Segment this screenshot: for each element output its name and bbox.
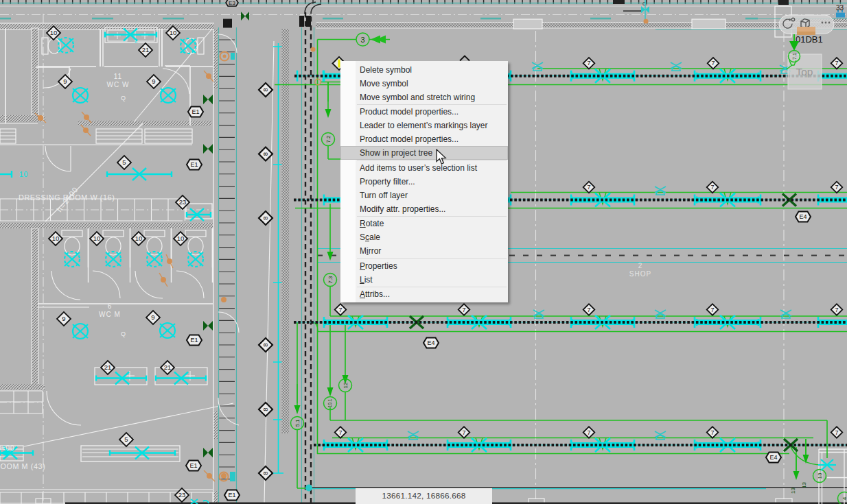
svg-text:Top: Top: [796, 66, 813, 77]
svg-text:E1: E1: [228, 492, 235, 499]
svg-text:12: 12: [343, 382, 349, 388]
svg-text:10: 10: [19, 171, 28, 178]
svg-text:8: 8: [262, 471, 269, 475]
svg-text:E3: E3: [229, 0, 235, 6]
svg-text:SHOP: SHOP: [629, 270, 651, 278]
svg-text:WC M: WC M: [99, 311, 121, 318]
svg-text:3: 3: [360, 36, 364, 44]
svg-text:7: 7: [711, 60, 715, 67]
svg-text:7: 7: [338, 307, 342, 313]
svg-text:2: 2: [638, 262, 643, 269]
svg-text:8: 8: [262, 407, 269, 411]
svg-text:E1: E1: [192, 108, 199, 115]
svg-text:11: 11: [114, 73, 122, 80]
svg-text:10: 10: [135, 235, 143, 242]
svg-text:7.3: 7.3: [327, 276, 334, 284]
svg-text:23: 23: [179, 198, 187, 206]
svg-text:10: 10: [170, 29, 177, 36]
svg-text:Q: Q: [121, 331, 126, 337]
svg-text:E1: E1: [189, 462, 197, 469]
svg-text:2: 2: [135, 38, 138, 44]
svg-text:21: 21: [164, 363, 172, 371]
svg-text:8: 8: [262, 216, 269, 219]
svg-text:5: 5: [122, 158, 126, 166]
svg-text:10: 10: [93, 235, 101, 242]
svg-text:E4: E4: [769, 454, 777, 461]
svg-text:ROOM M (43): ROOM M (43): [0, 462, 45, 470]
svg-text:6: 6: [108, 302, 113, 310]
svg-text:13: 13: [801, 482, 807, 488]
svg-text:8: 8: [262, 88, 269, 91]
svg-text:9: 9: [62, 315, 65, 322]
svg-text:10: 10: [50, 29, 58, 36]
svg-text:7: 7: [587, 60, 590, 67]
svg-text:13: 13: [817, 472, 823, 479]
svg-text:13: 13: [790, 488, 796, 494]
svg-text:E4: E4: [799, 213, 807, 220]
svg-text:5.1: 5.1: [294, 419, 301, 427]
svg-text:7: 7: [710, 307, 714, 313]
svg-text:21: 21: [104, 363, 112, 371]
svg-text:E1: E1: [190, 161, 198, 168]
svg-text:7: 7: [462, 307, 465, 313]
svg-text:Q: Q: [121, 95, 126, 101]
svg-text:7: 7: [587, 429, 590, 436]
svg-text:7: 7: [587, 184, 590, 191]
svg-text:8: 8: [262, 152, 269, 156]
svg-text:7.2: 7.2: [325, 135, 332, 143]
svg-text:E4: E4: [427, 339, 434, 346]
svg-text:9: 9: [152, 77, 155, 85]
svg-text:7.1: 7.1: [792, 53, 797, 60]
svg-text:7: 7: [710, 429, 714, 436]
svg-text:7: 7: [587, 307, 590, 313]
svg-text:5: 5: [124, 435, 128, 443]
svg-text:7: 7: [338, 429, 342, 436]
svg-text:01DB1: 01DB1: [796, 34, 823, 45]
svg-text:8: 8: [262, 343, 269, 346]
svg-text:9: 9: [151, 313, 154, 321]
svg-text:10.1: 10.1: [327, 398, 332, 407]
svg-text:7: 7: [462, 429, 465, 436]
svg-text:7: 7: [835, 184, 838, 191]
svg-text:7: 7: [710, 184, 714, 191]
svg-text:21: 21: [142, 46, 150, 53]
svg-text:7: 7: [835, 429, 838, 436]
svg-text:4: 4: [842, 496, 847, 500]
svg-text:9: 9: [63, 77, 67, 85]
svg-text:WC W: WC W: [107, 81, 130, 88]
svg-text:10: 10: [177, 235, 185, 242]
svg-text:10: 10: [52, 235, 60, 242]
svg-text:7: 7: [835, 307, 838, 313]
svg-text:23: 23: [178, 491, 186, 499]
svg-text:≈00: ≈00: [1, 444, 15, 452]
svg-text:E1: E1: [190, 337, 198, 344]
svg-text:7: 7: [835, 60, 838, 67]
